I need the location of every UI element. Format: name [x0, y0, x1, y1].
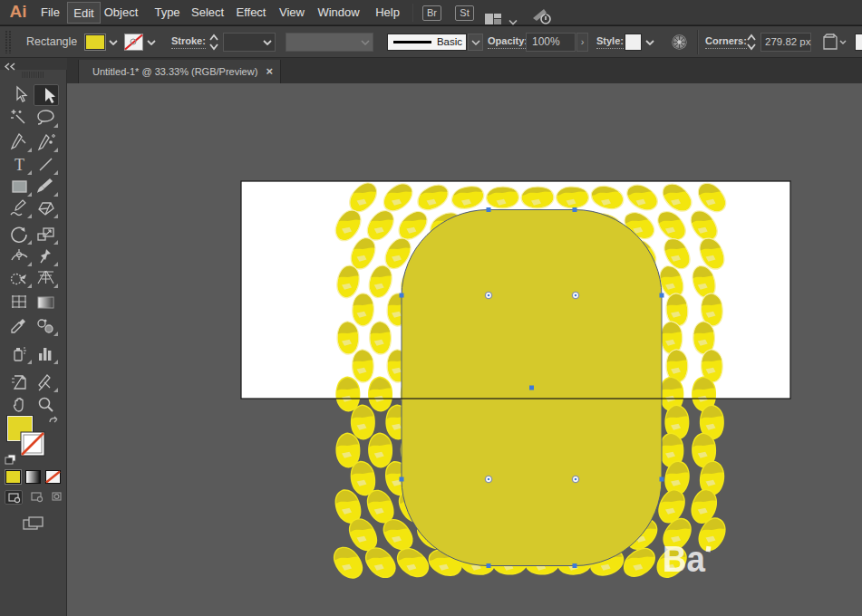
svg-text:Ba: Ba: [663, 539, 706, 579]
svg-text:T: T: [15, 156, 24, 174]
